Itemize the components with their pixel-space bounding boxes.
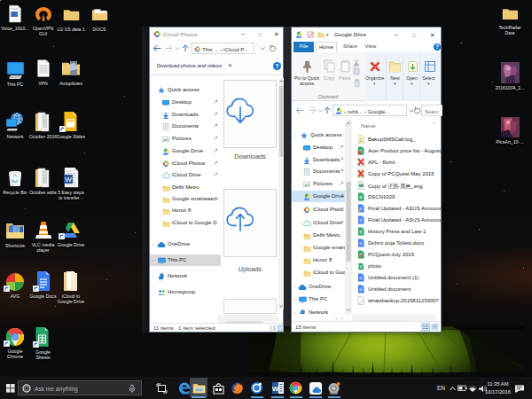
- svg-text:W: W: [272, 385, 279, 393]
